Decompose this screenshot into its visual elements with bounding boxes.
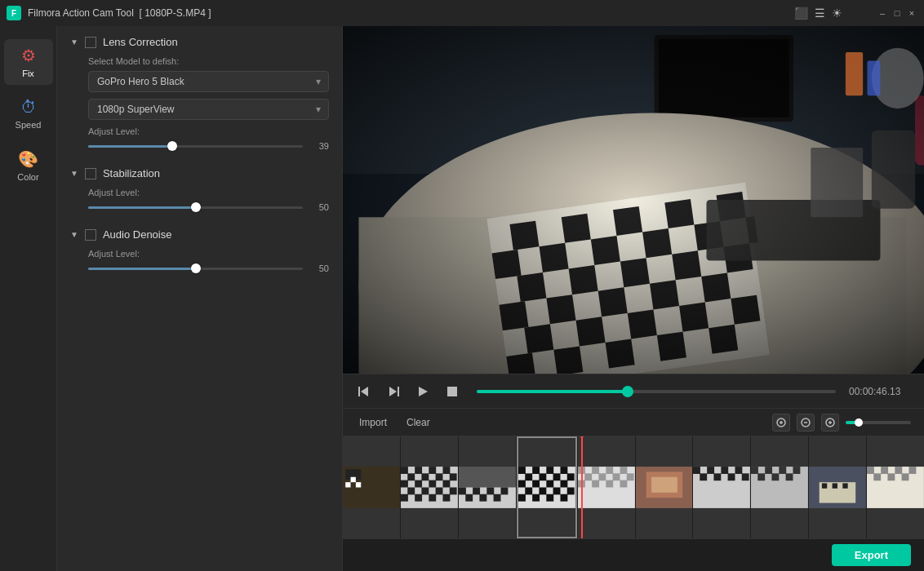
svg-rect-77 bbox=[429, 480, 436, 488]
lens-chevron[interactable]: ▼ bbox=[70, 38, 78, 46]
zoom-in-button[interactable] bbox=[821, 414, 839, 432]
list-icon[interactable]: ☰ bbox=[815, 7, 825, 20]
svg-rect-162 bbox=[902, 473, 909, 480]
svg-rect-127 bbox=[592, 480, 599, 488]
svg-rect-79 bbox=[407, 488, 415, 495]
film-frame-6[interactable] bbox=[636, 436, 693, 538]
svg-rect-47 bbox=[358, 387, 360, 396]
audio-slider-thumb[interactable] bbox=[191, 263, 201, 273]
skip-to-end-button[interactable] bbox=[382, 380, 405, 403]
progress-bar[interactable] bbox=[477, 389, 836, 394]
sidebar-item-speed[interactable]: ⏱ Speed bbox=[4, 91, 53, 136]
stabilization-content: Adjust Level: 50 bbox=[70, 188, 329, 212]
settings-panel: ▼ Lens Correction Select Model to defish… bbox=[57, 26, 343, 571]
svg-rect-159 bbox=[909, 467, 917, 474]
model-dropdown[interactable]: GoPro Hero 5 Black bbox=[88, 71, 329, 92]
svg-rect-138 bbox=[700, 473, 708, 480]
svg-rect-122 bbox=[584, 473, 592, 480]
zoom-controls bbox=[772, 414, 911, 432]
lens-correction-checkbox[interactable] bbox=[85, 37, 96, 48]
lens-correction-content: Select Model to defish: GoPro Hero 5 Bla… bbox=[70, 56, 329, 151]
svg-rect-113 bbox=[518, 494, 526, 502]
svg-rect-78 bbox=[442, 480, 450, 488]
view-dropdown[interactable]: 1080p SuperView bbox=[88, 99, 329, 120]
film-frame-10[interactable] bbox=[867, 436, 924, 538]
svg-rect-101 bbox=[525, 473, 532, 480]
svg-rect-106 bbox=[532, 480, 540, 488]
audio-slider-track bbox=[88, 268, 303, 270]
speed-label: Speed bbox=[16, 120, 42, 130]
audio-slider-container bbox=[88, 268, 303, 270]
window-controls: – □ × bbox=[877, 7, 917, 19]
close-button[interactable]: × bbox=[906, 7, 917, 19]
time-display: 00:00:46.13 bbox=[849, 386, 914, 397]
svg-marker-50 bbox=[389, 387, 397, 396]
app-title: Filmora Action Cam Tool [ 1080P-S.MP4 ] bbox=[28, 7, 211, 19]
svg-rect-145 bbox=[780, 467, 787, 474]
svg-rect-95 bbox=[493, 494, 500, 502]
stop-button[interactable] bbox=[441, 380, 464, 403]
svg-rect-157 bbox=[881, 467, 888, 474]
svg-rect-132 bbox=[651, 477, 677, 493]
svg-rect-136 bbox=[722, 467, 729, 474]
film-frame-4[interactable] bbox=[517, 436, 577, 538]
film-frame-8[interactable] bbox=[751, 436, 808, 538]
play-button[interactable] bbox=[411, 380, 434, 403]
zoom-link-button[interactable] bbox=[772, 414, 790, 432]
svg-rect-43 bbox=[343, 26, 924, 374]
export-button[interactable]: Export bbox=[832, 544, 911, 566]
audio-chevron[interactable]: ▼ bbox=[70, 230, 78, 239]
zoom-out-button[interactable] bbox=[797, 414, 815, 432]
sidebar-item-fix[interactable]: ⚙ Fix bbox=[4, 39, 53, 85]
audio-denoise-checkbox[interactable] bbox=[85, 229, 96, 241]
filmstrip-frames bbox=[343, 436, 924, 538]
film-frame-2[interactable] bbox=[401, 436, 458, 538]
svg-rect-89 bbox=[459, 488, 466, 495]
model-dropdown-wrapper: GoPro Hero 5 Black bbox=[88, 71, 329, 92]
zoom-slider-thumb[interactable] bbox=[855, 418, 863, 427]
video-area: 00:00:46.13 Import Clear bbox=[343, 26, 924, 571]
clear-button[interactable]: Clear bbox=[403, 415, 433, 430]
svg-rect-110 bbox=[539, 488, 546, 495]
brightness-icon[interactable]: ☀ bbox=[832, 7, 842, 20]
audio-slider-row: 50 bbox=[88, 263, 329, 273]
audio-adjust-label: Adjust Level: bbox=[88, 249, 153, 259]
svg-rect-108 bbox=[560, 480, 567, 488]
lens-adjust-label: Adjust Level: bbox=[88, 126, 153, 136]
audio-denoise-header: ▼ Audio Denoise bbox=[70, 228, 329, 241]
stab-chevron[interactable]: ▼ bbox=[70, 169, 78, 178]
film-frame-1[interactable] bbox=[343, 436, 400, 538]
maximize-button[interactable]: □ bbox=[891, 7, 903, 19]
film-frame-7[interactable] bbox=[693, 436, 750, 538]
skip-to-start-button[interactable] bbox=[353, 380, 375, 403]
film-frame-3[interactable] bbox=[459, 436, 516, 538]
stab-slider-thumb[interactable] bbox=[191, 202, 201, 212]
defish-label: Select Model to defish: bbox=[88, 56, 329, 66]
timeline-toolbar: Import Clear bbox=[343, 409, 924, 436]
svg-rect-81 bbox=[435, 488, 442, 495]
svg-rect-125 bbox=[626, 473, 633, 480]
app-icon: F bbox=[7, 6, 21, 20]
svg-rect-112 bbox=[566, 488, 574, 495]
svg-rect-104 bbox=[566, 473, 574, 480]
filename-text: [ 1080P-S.MP4 ] bbox=[140, 7, 211, 19]
svg-rect-116 bbox=[560, 494, 567, 502]
lens-slider-thumb[interactable] bbox=[167, 141, 177, 151]
stab-slider-fill bbox=[88, 206, 196, 209]
stabilization-checkbox[interactable] bbox=[85, 168, 96, 179]
media-icon[interactable]: ⬛ bbox=[794, 7, 808, 20]
minimize-button[interactable]: – bbox=[877, 7, 888, 19]
svg-rect-119 bbox=[592, 467, 599, 474]
film-frame-5[interactable] bbox=[578, 436, 635, 538]
film-frame-9[interactable] bbox=[809, 436, 866, 538]
progress-thumb[interactable] bbox=[622, 386, 633, 397]
stab-adjust-row: Adjust Level: bbox=[88, 188, 329, 197]
lens-correction-title: Lens Correction bbox=[103, 36, 178, 48]
video-preview bbox=[343, 26, 924, 374]
sidebar-item-color[interactable]: 🎨 Color bbox=[4, 143, 53, 188]
zoom-slider[interactable] bbox=[846, 421, 911, 424]
svg-rect-124 bbox=[612, 473, 620, 480]
titlebar: F Filmora Action Cam Tool [ 1080P-S.MP4 … bbox=[0, 0, 924, 26]
import-button[interactable]: Import bbox=[356, 415, 390, 430]
playhead[interactable] bbox=[581, 436, 583, 538]
